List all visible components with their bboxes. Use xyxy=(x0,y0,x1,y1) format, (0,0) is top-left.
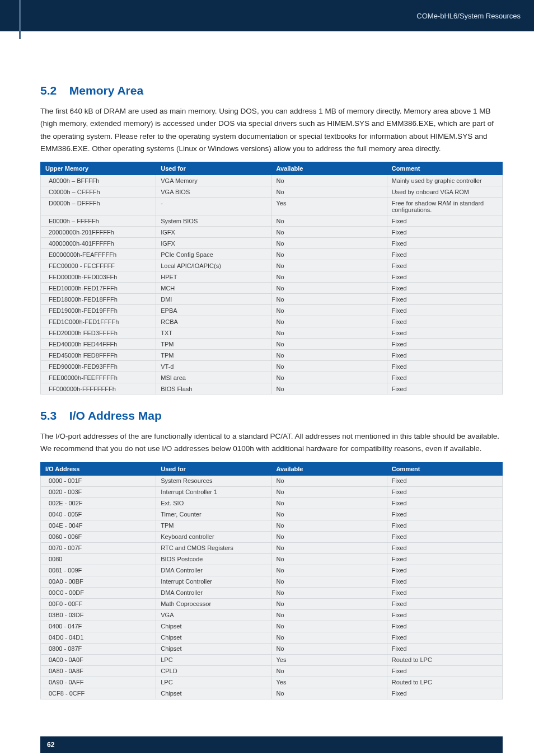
table-cell: MCH xyxy=(156,283,271,294)
table-cell: Fixed xyxy=(387,531,502,542)
section-5-2-title: Memory Area xyxy=(69,84,143,97)
table-cell: Chipset xyxy=(156,643,271,654)
table-cell: No xyxy=(271,576,387,587)
table-cell: No xyxy=(271,372,387,383)
table-cell: 0400 - 047F xyxy=(41,621,156,632)
table-cell: Keyboard controller xyxy=(156,531,271,542)
table-header-row: I/O Address Used for Available Comment xyxy=(41,462,503,475)
table-cell: No xyxy=(271,632,387,643)
table-row: 0A90 - 0AFFLPCYesRouted to LPC xyxy=(41,677,503,688)
table-cell: No xyxy=(271,294,387,305)
table-cell: FED18000h-FED18FFFh xyxy=(41,294,156,305)
table-cell: Fixed xyxy=(387,383,502,395)
section-5-3-number: 5.3 xyxy=(40,409,66,422)
content-area: 5.2 Memory Area The first 640 kB of DRAM… xyxy=(0,31,534,736)
table-cell: Fixed xyxy=(387,587,502,598)
table-row: FED45000h FED8FFFFhTPMNoFixed xyxy=(41,350,503,361)
col-available: Available xyxy=(271,462,387,475)
table-cell: Yes xyxy=(271,198,387,215)
table-cell: No xyxy=(271,186,387,198)
table-cell: FED40000h FED44FFFh xyxy=(41,339,156,350)
table-cell: VGA BIOS xyxy=(156,186,271,198)
table-cell: Chipset xyxy=(156,688,271,699)
table-cell: Fixed xyxy=(387,227,502,238)
table-cell: No xyxy=(271,316,387,327)
table-cell: Fixed xyxy=(387,316,502,327)
page-footer: 62 xyxy=(0,736,534,756)
table-cell: FED19000h-FED19FFFh xyxy=(41,305,156,316)
table-cell: Fixed xyxy=(387,565,502,576)
table-cell: 03B0 - 03DF xyxy=(41,609,156,621)
table-header-row: Upper Memory Used for Available Comment xyxy=(41,162,503,175)
table-row: 0081 - 009FDMA ControllerNoFixed xyxy=(41,565,503,576)
table-row: E0000000h-FEAFFFFFhPCIe Config SpaceNoFi… xyxy=(41,249,503,260)
table-cell: Fixed xyxy=(387,576,502,587)
table-cell: Fixed xyxy=(387,609,502,621)
section-5-2-paragraph: The first 640 kB of DRAM are used as mai… xyxy=(40,105,503,155)
table-cell: No xyxy=(271,497,387,509)
table-cell: Fixed xyxy=(387,643,502,654)
table-cell: 20000000h-201FFFFFh xyxy=(41,227,156,238)
table-row: 002E - 002FExt. SIONoFixed xyxy=(41,497,503,509)
header-product: COMe-bHL6 xyxy=(416,12,457,20)
table-cell: Fixed xyxy=(387,475,502,486)
table-row: 0070 - 007FRTC and CMOS RegistersNoFixed xyxy=(41,542,503,553)
table-cell: No xyxy=(271,553,387,565)
table-cell: Interrupt Controller xyxy=(156,576,271,587)
table-row: 04D0 - 04D1ChipsetNoFixed xyxy=(41,632,503,643)
io-address-table: I/O Address Used for Available Comment 0… xyxy=(40,462,503,699)
table-row: 00A0 - 00BFInterrupt ControllerNoFixed xyxy=(41,576,503,587)
table-cell: No xyxy=(271,260,387,271)
table-cell: FED20000h FED3FFFFh xyxy=(41,327,156,339)
col-upper-memory: Upper Memory xyxy=(41,162,156,175)
left-accent-rule xyxy=(19,0,21,39)
table-cell: No xyxy=(271,339,387,350)
table-cell: Fixed xyxy=(387,271,502,283)
table-cell: 0000 - 001F xyxy=(41,475,156,486)
table-row: D0000h – DFFFFh-YesFree for shadow RAM i… xyxy=(41,198,503,215)
table-cell: 0080 xyxy=(41,553,156,565)
table-cell: 00A0 - 00BF xyxy=(41,576,156,587)
table-cell: CPLD xyxy=(156,665,271,677)
table-cell: 0040 - 005F xyxy=(41,509,156,520)
table-cell: No xyxy=(271,598,387,609)
col-io-address: I/O Address xyxy=(41,462,156,475)
section-5-2-heading: 5.2 Memory Area xyxy=(40,84,503,97)
table-row: FED90000h-FED93FFFhVT-dNoFixed xyxy=(41,361,503,372)
table-cell: FF000000h-FFFFFFFFh xyxy=(41,383,156,395)
table-cell: VGA xyxy=(156,609,271,621)
table-cell: TPM xyxy=(156,520,271,531)
table-cell: No xyxy=(271,565,387,576)
table-cell: Math Coprocessor xyxy=(156,598,271,609)
table-row: FED1C000h-FED1FFFFhRCBANoFixed xyxy=(41,316,503,327)
table-cell: Fixed xyxy=(387,327,502,339)
section-5-3-title: I/O Address Map xyxy=(69,409,162,422)
table-row: 20000000h-201FFFFFhIGFXNoFixed xyxy=(41,227,503,238)
table-cell: Fixed xyxy=(387,632,502,643)
col-used-for: Used for xyxy=(156,162,271,175)
table-cell: Ext. SIO xyxy=(156,497,271,509)
table-cell: VT-d xyxy=(156,361,271,372)
table-cell: No xyxy=(271,227,387,238)
table-cell: No xyxy=(271,486,387,497)
table-cell: IGFX xyxy=(156,227,271,238)
table-cell: Yes xyxy=(271,654,387,665)
table-cell: Fixed xyxy=(387,509,502,520)
col-available: Available xyxy=(271,162,387,175)
table-cell: - xyxy=(156,198,271,215)
table-cell: Fixed xyxy=(387,294,502,305)
table-cell: Chipset xyxy=(156,632,271,643)
section-5-3-heading: 5.3 I/O Address Map xyxy=(40,409,503,422)
table-cell: TXT xyxy=(156,327,271,339)
table-cell: Fixed xyxy=(387,688,502,699)
table-cell: IGFX xyxy=(156,238,271,249)
table-cell: 0A90 - 0AFF xyxy=(41,677,156,688)
table-cell: HPET xyxy=(156,271,271,283)
table-cell: Local APIC/IOAPIC(s) xyxy=(156,260,271,271)
table-row: FEE00000h-FEEFFFFFhMSI areaNoFixed xyxy=(41,372,503,383)
table-cell: No xyxy=(271,305,387,316)
table-cell: 0A00 - 0A0F xyxy=(41,654,156,665)
table-row: FED18000h-FED18FFFhDMINoFixed xyxy=(41,294,503,305)
table-cell: No xyxy=(271,283,387,294)
table-cell: Used by onboard VGA ROM xyxy=(387,186,502,198)
